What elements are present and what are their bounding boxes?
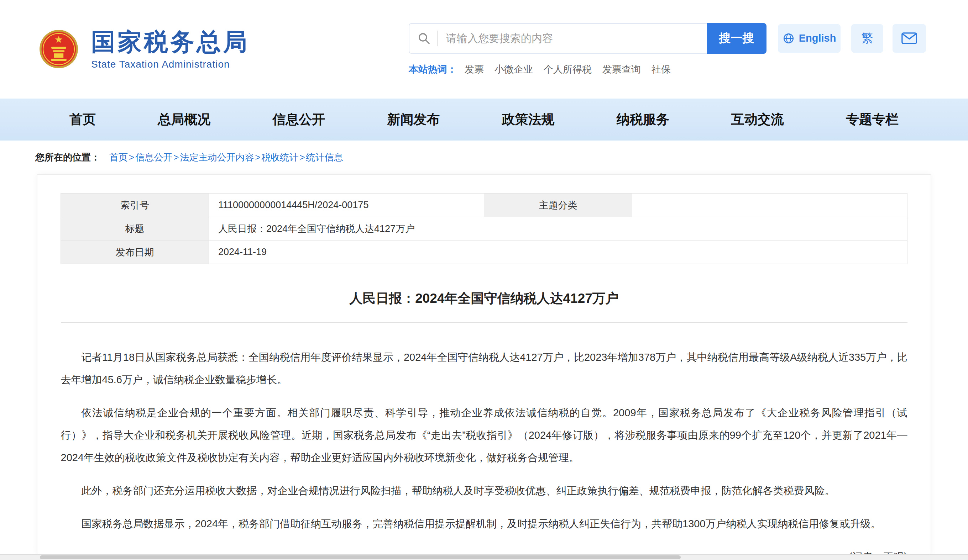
meta-label-title: 标题 (61, 217, 209, 241)
nav-item-policies[interactable]: 政策法规 (502, 111, 555, 129)
english-button[interactable]: English (778, 24, 840, 53)
horizontal-scrollbar-track[interactable] (0, 554, 968, 560)
article-byline: (记者：王观) (61, 546, 907, 554)
breadcrumb-separator: > (173, 152, 179, 163)
header-right: 搜一搜 English 繁 本站热词： (409, 23, 926, 76)
site-subtitle: State Taxation Administration (91, 59, 249, 70)
search-icon (417, 31, 431, 45)
meta-row-index-category: 索引号 11100000000014445H/2024-00175 主题分类 (61, 193, 907, 217)
article-paragraph: 记者11月18日从国家税务总局获悉：全国纳税信用年度评价结果显示，2024年全国… (61, 346, 907, 391)
nav-item-news[interactable]: 新闻发布 (387, 111, 440, 129)
article-title: 人民日报：2024年全国守信纳税人达4127万户 (37, 290, 931, 307)
breadcrumb-label: 您所在的位置： (35, 151, 100, 164)
english-label: English (799, 32, 836, 44)
hot-word-personal-income-tax[interactable]: 个人所得税 (544, 63, 592, 76)
hot-word-invoice[interactable]: 发票 (464, 63, 484, 76)
breadcrumb-statistical-info[interactable]: 统计信息 (306, 151, 343, 164)
traditional-label: 繁 (862, 30, 873, 46)
hot-words-label: 本站热词： (409, 63, 457, 76)
article-body: 记者11月18日从国家税务总局获悉：全国纳税信用年度评价结果显示，2024年全国… (61, 346, 907, 554)
mail-icon (902, 32, 917, 44)
search-button[interactable]: 搜一搜 (707, 23, 766, 54)
meta-label-index: 索引号 (61, 193, 209, 217)
breadcrumb: 您所在的位置： 首页 > 信息公开 > 法定主动公开内容 > 税收统计 > 统计… (0, 140, 968, 174)
meta-value-index: 11100000000014445H/2024-00175 (209, 193, 484, 217)
article-paragraph: 国家税务总局数据显示，2024年，税务部门借助征纳互动服务，完善纳税信用提示提醒… (61, 513, 907, 535)
site-header: 国家税务总局 State Taxation Administration 搜一搜 (0, 0, 968, 99)
search-box: 搜一搜 (409, 23, 766, 54)
brand-text: 国家税务总局 State Taxation Administration (91, 28, 249, 70)
horizontal-scrollbar-thumb[interactable] (40, 555, 681, 559)
site-title: 国家税务总局 (91, 28, 249, 55)
meta-row-date: 发布日期 2024-11-19 (61, 241, 907, 264)
breadcrumb-separator: > (129, 152, 134, 163)
content-card: 索引号 11100000000014445H/2024-00175 主题分类 标… (37, 174, 931, 554)
breadcrumb-info-disclosure[interactable]: 信息公开 (135, 151, 172, 164)
meta-value-title: 人民日报：2024年全国守信纳税人达4127万户 (209, 217, 907, 241)
breadcrumb-statutory-content[interactable]: 法定主动公开内容 (180, 151, 254, 164)
hot-word-invoice-query[interactable]: 发票查询 (602, 63, 641, 76)
meta-value-date: 2024-11-19 (209, 241, 907, 264)
header-top-row: 搜一搜 English 繁 (409, 23, 926, 54)
breadcrumb-tax-statistics[interactable]: 税收统计 (262, 151, 299, 164)
national-emblem-icon (39, 30, 78, 69)
document-meta-table: 索引号 11100000000014445H/2024-00175 主题分类 标… (61, 193, 907, 264)
breadcrumb-home[interactable]: 首页 (109, 151, 128, 164)
nav-item-overview[interactable]: 总局概况 (158, 111, 211, 129)
meta-value-category (632, 193, 907, 217)
article-paragraph: 此外，税务部门还充分运用税收大数据，对企业合规情况进行风险扫描，帮助纳税人及时享… (61, 480, 907, 502)
meta-label-category: 主题分类 (484, 193, 632, 217)
nav-item-info-disclosure[interactable]: 信息公开 (272, 111, 325, 129)
article-paragraph: 依法诚信纳税是企业合规的一个重要方面。相关部门履职尽责、科学引导，推动企业养成依… (61, 402, 907, 469)
search-input[interactable] (446, 32, 699, 45)
meta-row-title: 标题 人民日报：2024年全国守信纳税人达4127万户 (61, 217, 907, 241)
hot-word-social-security[interactable]: 社保 (651, 63, 671, 76)
nav-item-interaction[interactable]: 互动交流 (731, 111, 784, 129)
nav-item-tax-services[interactable]: 纳税服务 (617, 111, 669, 129)
nav-item-home[interactable]: 首页 (70, 111, 96, 129)
traditional-chinese-button[interactable]: 繁 (851, 24, 883, 53)
breadcrumb-separator: > (300, 152, 305, 163)
breadcrumb-separator: > (255, 152, 260, 163)
hot-words-row: 本站热词： 发票 小微企业 个人所得税 发票查询 社保 (409, 63, 926, 76)
search-divider (437, 31, 438, 46)
hot-word-small-business[interactable]: 小微企业 (494, 63, 533, 76)
search-input-wrap (409, 23, 707, 54)
title-divider (61, 322, 907, 323)
globe-icon (782, 32, 795, 45)
site-logo[interactable]: 国家税务总局 State Taxation Administration (39, 28, 249, 70)
nav-item-special-topics[interactable]: 专题专栏 (846, 111, 898, 129)
meta-label-date: 发布日期 (61, 241, 209, 264)
mail-button[interactable] (893, 24, 926, 53)
main-nav: 首页 总局概况 信息公开 新闻发布 政策法规 纳税服务 互动交流 专题专栏 (0, 99, 968, 140)
